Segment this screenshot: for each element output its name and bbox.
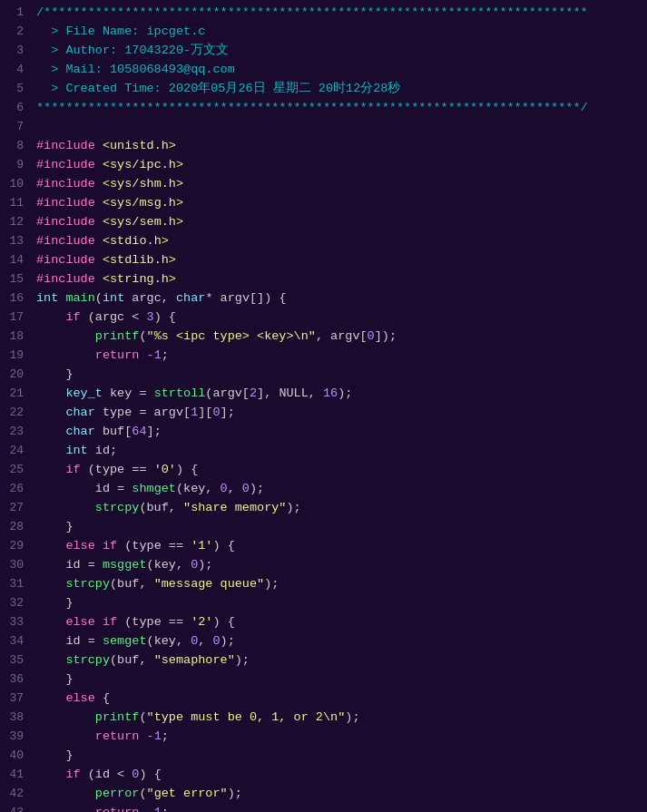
line-number: 9 (0, 156, 33, 175)
code-line: 18 printf("%s <ipc type> <key>\n", argv[… (0, 328, 647, 347)
code-line: 11#include <sys/msg.h> (0, 194, 647, 213)
code-line: 32 } (0, 594, 647, 613)
code-line: 36 } (0, 670, 647, 690)
line-content: char type = argv[1][0]; (33, 404, 647, 423)
line-number: 30 (0, 556, 33, 575)
line-content: } (33, 366, 647, 385)
code-line: 21 key_t key = strtoll(argv[2], NULL, 16… (0, 385, 647, 404)
code-line: 29 else if (type == '1') { (0, 537, 647, 556)
line-content: strcpy(buf, "semaphore"); (33, 651, 647, 670)
line-number: 38 (0, 709, 33, 728)
line-content: #include <sys/ipc.h> (33, 156, 647, 175)
line-content: > File Name: ipcget.c (33, 23, 647, 42)
line-content: int id; (33, 442, 647, 461)
line-number: 40 (0, 747, 33, 766)
code-line: 34 id = semget(key, 0, 0); (0, 632, 647, 651)
line-number: 7 (0, 118, 33, 137)
line-content: key_t key = strtoll(argv[2], NULL, 16); (33, 385, 647, 404)
code-line: 27 strcpy(buf, "share memory"); (0, 499, 647, 518)
line-number: 8 (0, 137, 33, 156)
line-number: 2 (0, 23, 33, 42)
line-content: #include <stdio.h> (33, 232, 647, 251)
code-line: 3 > Author: 17043220-万文文 (0, 42, 647, 61)
line-number: 34 (0, 632, 33, 651)
code-line: 23 char buf[64]; (0, 423, 647, 442)
code-line: 19 return -1; (0, 347, 647, 366)
line-number: 32 (0, 594, 33, 613)
line-number: 12 (0, 213, 33, 232)
line-number: 35 (0, 651, 33, 670)
line-number: 37 (0, 690, 33, 709)
line-content: #include <sys/msg.h> (33, 194, 647, 213)
code-line: 14#include <stdlib.h> (0, 251, 647, 270)
line-number: 41 (0, 766, 33, 785)
line-content: > Author: 17043220-万文文 (33, 42, 647, 61)
line-number: 13 (0, 232, 33, 251)
code-line: 7 (0, 118, 647, 137)
code-line: 9#include <sys/ipc.h> (0, 156, 647, 175)
line-content: perror("get error"); (33, 785, 647, 804)
code-line: 38 printf("type must be 0, 1, or 2\n"); (0, 709, 647, 728)
line-number: 14 (0, 251, 33, 270)
line-content: #include <sys/sem.h> (33, 213, 647, 232)
line-content: printf("type must be 0, 1, or 2\n"); (33, 709, 647, 728)
code-line: 4 > Mail: 1058068493@qq.com (0, 61, 647, 80)
code-line: 33 else if (type == '2') { (0, 613, 647, 632)
line-number: 21 (0, 385, 33, 404)
line-content: id = semget(key, 0, 0); (33, 632, 647, 651)
line-content: #include <stdlib.h> (33, 251, 647, 270)
line-number: 5 (0, 80, 33, 99)
line-content: id = msgget(key, 0); (33, 556, 647, 575)
line-content: /***************************************… (33, 4, 647, 23)
line-content: return -1; (33, 728, 647, 747)
code-line: 15#include <string.h> (0, 270, 647, 289)
line-content: #include <sys/shm.h> (33, 175, 647, 194)
code-line: 22 char type = argv[1][0]; (0, 404, 647, 423)
line-content: int main(int argc, char* argv[]) { (33, 289, 647, 308)
line-number: 17 (0, 308, 33, 328)
line-content: strcpy(buf, "message queue"); (33, 575, 647, 594)
code-line: 43 return -1; (0, 804, 647, 812)
code-line: 5 > Created Time: 2020年05月26日 星期二 20时12分… (0, 80, 647, 99)
line-number: 19 (0, 347, 33, 366)
code-line: 39 return -1; (0, 728, 647, 747)
line-number: 18 (0, 328, 33, 347)
line-number: 33 (0, 613, 33, 632)
line-content: } (33, 747, 647, 766)
code-viewer: 1/**************************************… (0, 0, 647, 812)
line-number: 10 (0, 175, 33, 194)
code-line: 35 strcpy(buf, "semaphore"); (0, 651, 647, 670)
code-line: 20 } (0, 366, 647, 385)
line-number: 43 (0, 804, 33, 812)
line-content: if (type == '0') { (33, 461, 647, 480)
line-content: #include <unistd.h> (33, 137, 647, 156)
line-content: > Created Time: 2020年05月26日 星期二 20时12分28… (33, 80, 647, 99)
line-content: if (argc < 3) { (33, 308, 647, 328)
code-line: 41 if (id < 0) { (0, 766, 647, 785)
line-content: if (id < 0) { (33, 766, 647, 785)
code-line: 42 perror("get error"); (0, 785, 647, 804)
code-line: 40 } (0, 747, 647, 766)
line-number: 26 (0, 480, 33, 499)
code-line: 2 > File Name: ipcget.c (0, 23, 647, 42)
code-line: 31 strcpy(buf, "message queue"); (0, 575, 647, 594)
line-number: 28 (0, 518, 33, 537)
line-content: else if (type == '1') { (33, 537, 647, 556)
line-content: #include <string.h> (33, 270, 647, 289)
line-number: 22 (0, 404, 33, 423)
code-line: 13#include <stdio.h> (0, 232, 647, 251)
line-number: 15 (0, 270, 33, 289)
line-content: else if (type == '2') { (33, 613, 647, 632)
line-number: 24 (0, 442, 33, 461)
line-number: 6 (0, 99, 33, 118)
line-content: else { (33, 690, 647, 709)
line-content: id = shmget(key, 0, 0); (33, 480, 647, 499)
line-number: 29 (0, 537, 33, 556)
line-content: strcpy(buf, "share memory"); (33, 499, 647, 518)
line-number: 39 (0, 728, 33, 747)
code-line: 6***************************************… (0, 99, 647, 118)
line-number: 4 (0, 61, 33, 80)
code-line: 30 id = msgget(key, 0); (0, 556, 647, 575)
code-line: 10#include <sys/shm.h> (0, 175, 647, 194)
code-line: 28 } (0, 518, 647, 537)
